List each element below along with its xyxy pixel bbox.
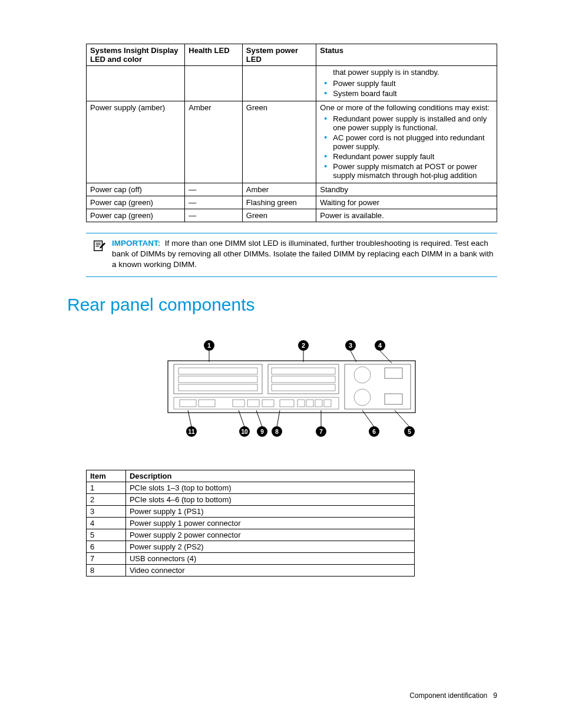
page-footer: Component identification 9 (409, 691, 497, 700)
table-row: 1PCIe slots 1–3 (top to bottom) (87, 482, 415, 493)
svg-rect-15 (178, 376, 257, 383)
cell (185, 66, 243, 101)
table-row: Power supply (amber) Amber Green One or … (87, 101, 497, 183)
svg-rect-16 (178, 384, 257, 391)
th-system-power: System power LED (242, 44, 316, 66)
cell: Power supply 2 power connector (125, 529, 415, 541)
cell: PCIe slots 4–6 (top to bottom) (125, 493, 415, 505)
svg-rect-27 (180, 400, 196, 407)
cell: 3 (87, 505, 126, 517)
svg-rect-12 (168, 361, 415, 413)
svg-rect-17 (268, 364, 339, 394)
th-status: Status (316, 44, 497, 66)
svg-rect-25 (385, 394, 402, 404)
cell: — (185, 209, 243, 222)
svg-rect-31 (262, 400, 274, 407)
callout-4: 4 (378, 342, 382, 349)
svg-rect-36 (324, 400, 331, 407)
svg-rect-13 (174, 364, 262, 394)
svg-rect-0 (94, 241, 103, 251)
status-cell: Power is available. (316, 209, 497, 222)
cell: 6 (87, 541, 126, 552)
th-sid-led: Systems Insight Display LED and color (87, 44, 185, 66)
table-row: 7USB connectors (4) (87, 552, 415, 564)
important-text: IMPORTANT: If more than one DIMM slot LE… (112, 238, 497, 271)
cell: Power supply 1 power connector (125, 517, 415, 529)
callout-5: 5 (408, 429, 411, 435)
rear-panel-items-table: Item Description 1PCIe slots 1–3 (top to… (86, 470, 415, 577)
status-cell: Waiting for power (316, 196, 497, 209)
callout-11: 11 (188, 429, 195, 435)
cell: PCIe slots 1–3 (top to bottom) (125, 482, 415, 493)
footer-page: 9 (493, 691, 497, 700)
status-text: One or more of the following conditions … (320, 103, 493, 112)
table-row: 8Video connector (87, 564, 415, 576)
cell (87, 66, 185, 101)
svg-rect-14 (178, 368, 257, 374)
cell: 1 (87, 482, 126, 493)
note-icon (86, 238, 112, 271)
table-row: Power cap (green) — Flashing green Waiti… (87, 196, 497, 209)
svg-line-10 (351, 351, 356, 362)
svg-rect-29 (233, 400, 244, 407)
rear-panel-diagram: 1 2 3 4 (86, 338, 497, 440)
callout-9: 9 (260, 429, 264, 435)
callout-7: 7 (319, 429, 323, 435)
svg-point-23 (354, 389, 371, 406)
cell: Power cap (off) (87, 183, 185, 196)
callout-1: 1 (207, 342, 211, 349)
cell: 4 (87, 517, 126, 529)
important-body: If more than one DIMM slot LED is illumi… (112, 239, 494, 269)
important-note: IMPORTANT: If more than one DIMM slot LE… (86, 233, 497, 277)
cell: 5 (87, 529, 126, 541)
table-row: Power cap (off) — Amber Standby (87, 183, 497, 196)
cell: Power supply 1 (PS1) (125, 505, 415, 517)
bullet: Redundant power supply is installed and … (333, 114, 493, 132)
callout-6: 6 (372, 429, 376, 435)
callout-2: 2 (302, 342, 305, 349)
table-row: 4Power supply 1 power connector (87, 517, 415, 529)
svg-point-22 (354, 367, 371, 383)
table-row: that power supply is in standby. Power s… (87, 66, 497, 101)
section-heading: Rear panel components (67, 295, 497, 315)
cell: USB connectors (4) (125, 552, 415, 564)
table-row: 5Power supply 2 power connector (87, 529, 415, 541)
th-description: Description (125, 470, 415, 482)
cell: 8 (87, 564, 126, 576)
cell: 2 (87, 493, 126, 505)
footer-section: Component identification (409, 691, 487, 700)
cell: Amber (185, 101, 243, 183)
svg-rect-28 (199, 400, 215, 407)
table-row: 2PCIe slots 4–6 (top to bottom) (87, 493, 415, 505)
svg-rect-35 (315, 400, 322, 407)
svg-rect-24 (385, 368, 402, 378)
bullet: Power supply mismatch at POST or power s… (333, 162, 493, 180)
bullet: Redundant power supply fault (333, 152, 493, 161)
svg-rect-33 (297, 400, 305, 407)
cell: Flashing green (242, 196, 316, 209)
cell: Power supply 2 (PS2) (125, 541, 415, 552)
cell: Green (242, 101, 316, 183)
svg-rect-21 (345, 364, 411, 409)
callout-10: 10 (241, 429, 248, 435)
svg-rect-19 (272, 376, 335, 383)
cell: Power supply (amber) (87, 101, 185, 183)
bullet: System board fault (333, 89, 493, 98)
status-cell: One or more of the following conditions … (316, 101, 497, 183)
cell: — (185, 183, 243, 196)
important-label: IMPORTANT: (112, 239, 160, 248)
cell: — (185, 196, 243, 209)
cell (242, 66, 316, 101)
svg-rect-32 (280, 400, 294, 407)
cell: Amber (242, 183, 316, 196)
page: Systems Insight Display LED and color He… (0, 0, 562, 728)
cell: Power cap (green) (87, 209, 185, 222)
cell: Green (242, 209, 316, 222)
table-row: Power cap (green) — Green Power is avail… (87, 209, 497, 222)
led-status-table: Systems Insight Display LED and color He… (86, 44, 497, 222)
th-item: Item (87, 470, 126, 482)
table-row: 6Power supply 2 (PS2) (87, 541, 415, 552)
cell: Power cap (green) (87, 196, 185, 209)
cell: Video connector (125, 564, 415, 576)
status-text: that power supply is in standby. (320, 68, 493, 77)
